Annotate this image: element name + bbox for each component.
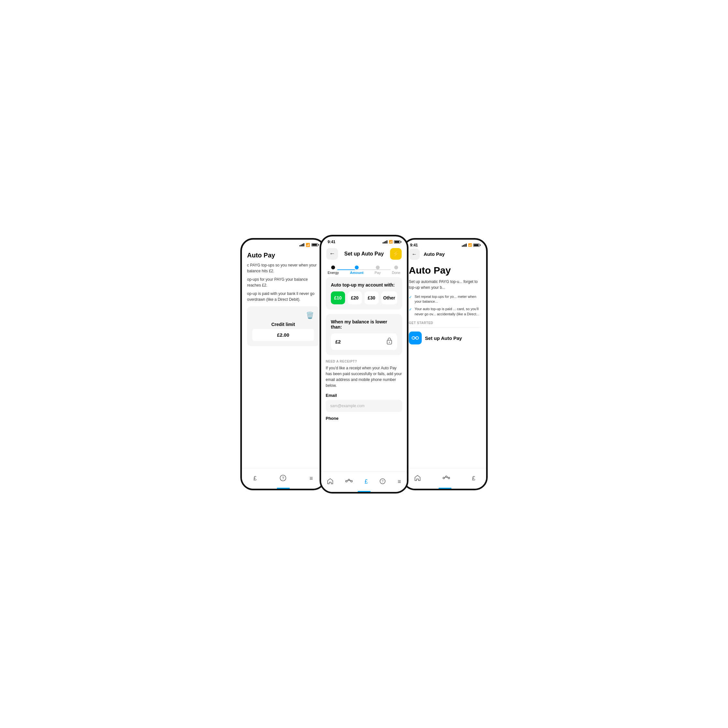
center-nav-menu[interactable]: ≡ [398,479,401,485]
left-blue-indicator [277,488,290,489]
svg-text:?: ? [382,480,384,483]
left-status-bar: 📶 [242,240,324,248]
progress-steps: Energy Amount Pay Done [321,262,407,277]
receipt-label: NEED A RECEIPT? [326,359,402,363]
right-blue-indicator [439,488,451,489]
center-time: 9:41 [327,240,335,244]
left-phone: 📶 Auto Pay c PAYG top-ups so you never w… [240,238,326,490]
topup-card: Auto top-up my account with: £10 £20 £30… [326,277,402,309]
right-nav-usage[interactable] [442,476,450,482]
step-label-energy: Energy [327,271,339,275]
right-usage-icon [442,476,450,482]
right-back-arrow-icon: ← [412,251,417,257]
left-phone-title: Auto Pay [247,252,319,259]
left-nav-item-menu[interactable]: ≡ [309,476,313,481]
svg-text:?: ? [282,476,284,480]
auto-pay-desc: Set up automatic PAYG top-u... forget to… [409,279,481,291]
step-label-amount: Amount [350,271,364,275]
svg-point-4 [346,480,347,482]
center-help-icon: ? [379,478,386,485]
amount-btn-other[interactable]: Other [381,291,397,304]
auto-pay-heading: Auto Pay [409,265,481,275]
step-amount: Amount [350,266,364,275]
help-icon: ? [280,474,286,483]
balance-card-title: When my balance is lower than: [331,319,397,330]
center-nav-account[interactable]: £ [364,479,368,485]
wifi-icon: 📶 [306,243,310,247]
account-icon: £ [364,479,368,485]
right-home-icon [414,475,421,482]
center-wifi-icon: 📶 [389,240,393,243]
svg-point-5 [348,479,350,480]
setup-btn-label: Set up Auto Pay [425,335,462,341]
left-body-3: op-up is paid with your bank ll never go… [247,291,319,302]
phone-field-label: Phone [326,416,402,421]
center-status-bar: 9:41 📶 [321,236,407,245]
right-time: 9:41 [410,243,418,248]
setup-autopay-button[interactable]: Set up Auto Pay [409,332,481,344]
right-back-button[interactable]: ← [409,249,420,260]
check-text-1: Set repeat top-ups for yo... meter when … [414,294,481,304]
svg-point-9 [443,477,445,479]
right-signal-icon [462,243,467,247]
center-scroll-area: Auto top-up my account with: £10 £20 £30… [321,277,407,494]
left-body-2: op-ups for your PAYG your balance reache… [247,277,319,288]
left-content: Auto Pay c PAYG top-ups so you never whe… [242,252,324,490]
back-arrow-icon: ← [329,250,335,257]
step-label-pay: Pay [375,271,381,275]
right-nav-account[interactable]: £ [472,476,475,481]
lock-icon [386,337,393,346]
right-content: ← Auto Pay Auto Pay Set up automatic PAY… [404,249,486,371]
check-icon-2: ✓ [409,307,412,312]
email-field[interactable]: sam@example.com [326,400,402,412]
email-field-label: Email [326,393,402,398]
amount-btn-10[interactable]: £10 [331,291,345,304]
center-status-icons: 📶 [382,240,401,243]
left-nav-item-pound[interactable]: £ [253,476,257,481]
center-phone: 9:41 📶 ← Set up Auto Pay ⚡ [320,235,408,494]
right-nav-home[interactable] [414,475,421,482]
center-blue-indicator [358,491,371,492]
amount-btn-20[interactable]: £20 [348,291,362,304]
get-started-label: GET STARTED [409,321,481,325]
trash-icon[interactable]: 🗑️ [306,312,314,319]
svg-point-11 [448,477,450,479]
step-energy: Energy [327,266,339,275]
left-bottom-nav: £ ? ≡ [242,468,324,489]
back-button[interactable]: ← [326,248,338,260]
right-wifi-icon: 📶 [468,243,472,247]
credit-value: £2.00 [252,329,314,341]
usage-icon [345,479,353,485]
center-nav-title: Set up Auto Pay [344,251,384,257]
right-status-icons: 📶 [462,243,480,247]
check-text-2: Your auto top-up is paid ... card, so yo… [414,307,481,317]
pound-icon: £ [253,476,257,481]
lightning-button[interactable]: ⚡ [390,248,402,260]
center-battery-icon [394,240,401,243]
lightning-icon: ⚡ [392,250,399,257]
amount-btn-30[interactable]: £30 [364,291,379,304]
amount-grid: £10 £20 £30 Other [331,291,397,304]
svg-point-10 [446,476,447,477]
balance-input-row: £2 [331,333,397,350]
right-battery-icon [473,243,480,247]
center-bottom-nav: £ ? ≡ [321,471,407,492]
left-nav-item-help[interactable]: ? [280,474,286,483]
battery-icon [312,243,318,246]
left-body-1: c PAYG top-ups so you never when your ba… [247,262,319,274]
right-phone: 9:41 📶 ← Auto Pay Auto Pay Set up automa… [402,238,488,490]
right-nav-title: Auto Pay [424,251,445,257]
left-credit-card: 🗑️ Credit limit £2.00 [247,306,319,346]
right-bottom-nav: £ [404,468,486,489]
receipt-body: If you'd like a receipt when your Auto P… [326,365,402,388]
balance-card: When my balance is lower than: £2 [326,314,402,355]
check-item-1: ✓ Set repeat top-ups for yo... meter whe… [409,294,481,304]
center-nav-usage[interactable] [345,479,353,485]
center-signal-icon [382,240,387,243]
credit-label: Credit limit [252,322,314,327]
center-nav-home[interactable] [327,478,333,485]
step-connector [337,269,391,270]
step-dot-amount [355,266,359,269]
center-nav-help[interactable]: ? [379,478,386,485]
center-menu-icon: ≡ [398,479,401,485]
